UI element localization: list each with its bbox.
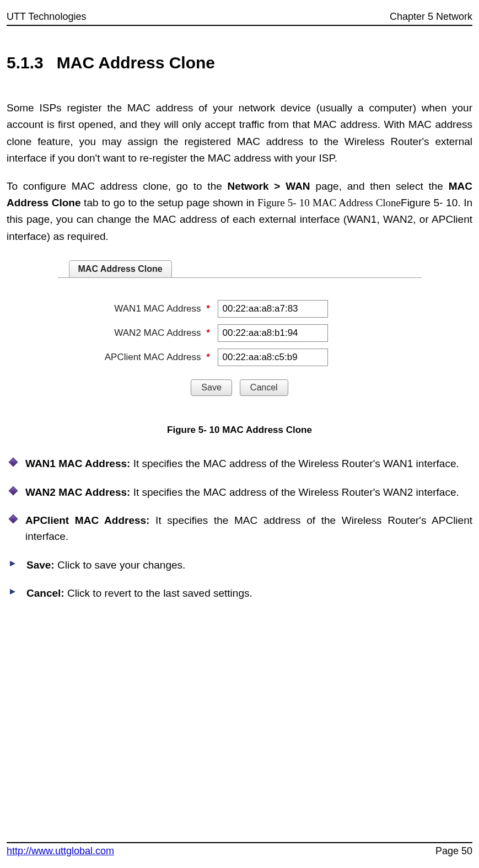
diamond-bullet-icon xyxy=(9,515,18,524)
p2-pre: To configure MAC address clone, go to th… xyxy=(7,180,228,192)
p2-mid2: tab to go to the setup page shown in xyxy=(80,197,257,208)
diamond-bullet-icon xyxy=(9,486,18,495)
bullet-text: APClient MAC Address: It specifies the M… xyxy=(25,512,472,545)
figure-mac-address-clone: MAC Address Clone WAN1 MAC Address * WAN… xyxy=(58,258,422,411)
bullet-text: Save: Click to save your changes. xyxy=(26,557,472,573)
form-row-apclient: APClient MAC Address * xyxy=(80,349,400,366)
input-wan1-mac[interactable] xyxy=(218,300,328,318)
tab-mac-address-clone[interactable]: MAC Address Clone xyxy=(69,260,172,277)
page-footer: http://www.uttglobal.com Page 50 xyxy=(7,842,472,857)
tab-bar: MAC Address Clone xyxy=(58,258,422,278)
bullet-text: WAN2 MAC Address: It specifies the MAC a… xyxy=(25,484,472,500)
bullet-desc: It specifies the MAC address of the Wire… xyxy=(130,458,459,469)
bullet-wan2-mac: WAN2 MAC Address: It specifies the MAC a… xyxy=(7,484,472,500)
p2-mid1: page, and then select the xyxy=(310,180,449,192)
paragraph-1: Some ISPs register the MAC address of yo… xyxy=(7,100,472,167)
figure-caption: Figure 5- 10 MAC Address Clone xyxy=(7,425,472,436)
bullet-term: WAN2 MAC Address: xyxy=(25,486,130,498)
page-header: UTT Technologies Chapter 5 Network xyxy=(7,11,472,26)
diamond-bullet-icon xyxy=(9,458,18,467)
section-number: 5.1.3 xyxy=(7,53,44,72)
section-title: MAC Address Clone xyxy=(57,53,215,72)
bullet-term: Cancel: xyxy=(26,587,64,599)
bullet-apclient-mac: APClient MAC Address: It specifies the M… xyxy=(7,512,472,545)
form-row-wan1: WAN1 MAC Address * xyxy=(80,300,400,318)
bullet-term: WAN1 MAC Address: xyxy=(25,458,130,469)
required-asterisk: * xyxy=(207,304,212,314)
input-apclient-mac[interactable] xyxy=(218,349,328,366)
bullet-text: WAN1 MAC Address: It specifies the MAC a… xyxy=(25,456,472,471)
bullet-text: Cancel: Click to revert to the last save… xyxy=(26,585,472,601)
required-asterisk: * xyxy=(207,328,212,338)
bullet-desc: Click to revert to the last saved settin… xyxy=(64,587,252,599)
footer-page-number: Page 50 xyxy=(435,845,472,857)
footer-link[interactable]: http://www.uttglobal.com xyxy=(7,845,114,857)
input-wan2-mac[interactable] xyxy=(218,324,328,342)
button-row: Save Cancel xyxy=(80,379,400,396)
required-asterisk: * xyxy=(207,352,212,362)
bullet-desc: It specifies the MAC address of the Wire… xyxy=(130,486,459,498)
bullet-wan1-mac: WAN1 MAC Address: It specifies the MAC a… xyxy=(7,456,472,471)
cancel-button[interactable]: Cancel xyxy=(240,379,288,396)
arrow-bullet-icon xyxy=(10,559,18,567)
label-wan2-mac: WAN2 MAC Address xyxy=(80,328,201,339)
arrow-bullet-icon xyxy=(10,587,18,595)
paragraph-2: To configure MAC address clone, go to th… xyxy=(7,178,472,245)
bullet-save: Save: Click to save your changes. xyxy=(7,557,472,573)
header-right: Chapter 5 Network xyxy=(390,11,472,23)
bullet-desc: Click to save your changes. xyxy=(55,559,186,571)
bullet-term: Save: xyxy=(26,559,55,571)
section-heading: 5.1.3MAC Address Clone xyxy=(7,53,472,72)
bullet-term: APClient MAC Address: xyxy=(25,515,149,526)
save-button[interactable]: Save xyxy=(191,379,232,396)
p2-figref: Figure 5- 10 MAC Address Clone xyxy=(257,197,401,208)
form-area: WAN1 MAC Address * WAN2 MAC Address * AP… xyxy=(58,278,422,411)
header-left: UTT Technologies xyxy=(7,11,86,23)
label-wan1-mac: WAN1 MAC Address xyxy=(80,303,201,314)
bullet-list: WAN1 MAC Address: It specifies the MAC a… xyxy=(7,456,472,602)
bullet-cancel: Cancel: Click to revert to the last save… xyxy=(7,585,472,601)
form-row-wan2: WAN2 MAC Address * xyxy=(80,324,400,342)
label-apclient-mac: APClient MAC Address xyxy=(80,352,201,363)
p2-bold-network-wan: Network > WAN xyxy=(228,180,310,192)
